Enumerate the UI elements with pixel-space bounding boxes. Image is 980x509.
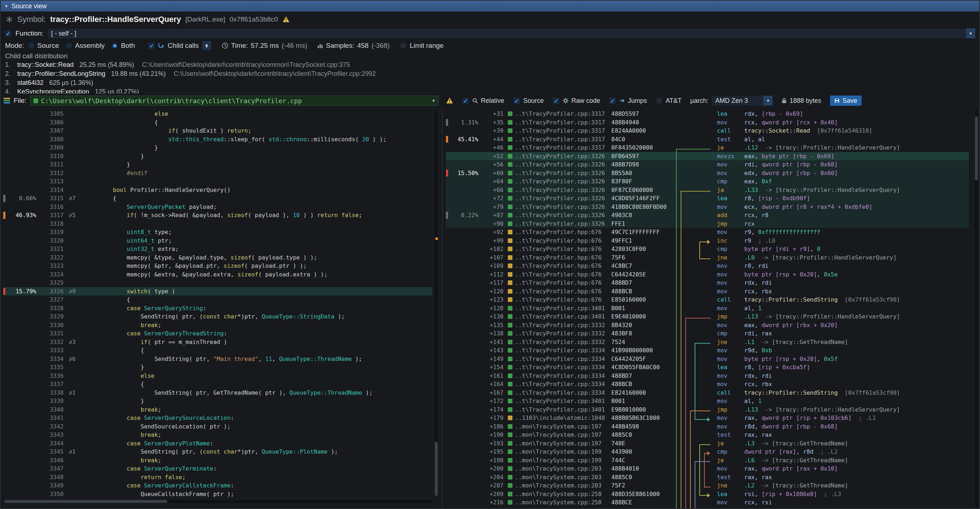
source-line[interactable]: 0.66%3315∂7 { bbox=[3, 194, 432, 203]
source-line[interactable]: 3335 } bbox=[3, 363, 432, 372]
source-line[interactable]: 3311 } bbox=[3, 160, 432, 169]
source-line[interactable]: 3346 break; bbox=[3, 456, 432, 465]
source-line[interactable]: 3345∂1 SendString( ptr, (const char*)ptr… bbox=[3, 447, 432, 456]
source-line[interactable]: 3341 case ServerQuerySourceLocation: bbox=[3, 414, 432, 422]
mode-radio-both[interactable]: Both bbox=[111, 42, 135, 49]
source-line[interactable]: 3305 else bbox=[3, 110, 432, 118]
asm-row[interactable]: +123..t\TracyProfiler.hpp:676E850160000c… bbox=[446, 296, 969, 304]
asm-row[interactable]: +92..t\TracyProfiler.hpp:67649C7C1FFFFFF… bbox=[446, 228, 969, 237]
asm-row[interactable]: 1.31%+35..t\TracyProfiler.cpp:3317488B49… bbox=[446, 118, 969, 127]
asm-row[interactable]: +186..mon\TracySystem.cpp:197448B4598mov… bbox=[446, 422, 969, 431]
chevron-down-icon[interactable]: ▼ bbox=[431, 99, 436, 103]
asm-row[interactable]: +66..t\TracyProfiler.cpp:33260F87CE06000… bbox=[446, 186, 969, 194]
child-calls-checkbox[interactable] bbox=[148, 42, 155, 49]
jumps-toggle[interactable]: Jumps bbox=[609, 97, 647, 105]
source-line[interactable]: 46.93%3317∂5 if( !m_sock->Read( &payload… bbox=[3, 211, 432, 220]
asm-row[interactable]: +135..t\TracyProfiler.cpp:33328B4320move… bbox=[446, 321, 969, 329]
source-line[interactable]: 3312 #endif bbox=[3, 169, 432, 178]
source-line[interactable]: 3324 memcpy( &extra, &payload.extra, siz… bbox=[3, 270, 432, 279]
source-line[interactable]: 3350 QueueCallstackFrame( ptr ); bbox=[3, 490, 432, 499]
asm-row[interactable]: 15.50%+60..t\TracyProfiler.cpp:33268B55A… bbox=[446, 169, 969, 178]
asm-row[interactable]: +130..t\TracyProfiler.cpp:3401E9E4010000… bbox=[446, 312, 969, 321]
asm-row[interactable]: 45.41%+44..t\TracyProfiler.cpp:331784C0t… bbox=[446, 135, 969, 144]
asm-row[interactable]: +198..mon\TracySystem.cpp:199744Cje.L6 -… bbox=[446, 456, 969, 465]
source-line[interactable]: 3322 memcpy( &type, &payload.type, sizeo… bbox=[3, 253, 432, 262]
asm-row[interactable]: +120..t\TracyProfiler.hpp:676488BCBmovrc… bbox=[446, 287, 969, 296]
asm-row[interactable]: +128..t\TracyProfiler.cpp:3401B001moval,… bbox=[446, 304, 969, 313]
source-line[interactable]: 3308 std::this_thread::sleep_for( std::c… bbox=[3, 135, 432, 144]
asm-row[interactable]: +138..t\TracyProfiler.cpp:3332483BF8cmpr… bbox=[446, 329, 969, 338]
asm-vertical-scrollbar[interactable] bbox=[974, 108, 979, 508]
source-line[interactable]: 3329 SendString( ptr, (const char*)ptr, … bbox=[3, 312, 432, 321]
mode-radio-source[interactable]: Source bbox=[28, 42, 59, 49]
collapse-icon[interactable]: ▼ bbox=[4, 4, 8, 8]
asm-row[interactable]: +209..mon\TracySystem.cpp:258488D35E8861… bbox=[446, 490, 969, 499]
source-line[interactable]: 3306 { bbox=[3, 118, 432, 127]
source-line[interactable]: 3342 SendSourceLocation( ptr ); bbox=[3, 422, 432, 431]
up-arrow-button[interactable] bbox=[202, 41, 212, 51]
child-call-entry[interactable]: 4.KeSynchronizeExecution125 µs (0.27%) bbox=[5, 87, 979, 94]
source-line[interactable]: 3327 { bbox=[3, 296, 432, 304]
source-line[interactable]: 3336 else bbox=[3, 372, 432, 380]
source-line[interactable]: 3325 bbox=[3, 278, 432, 287]
asm-row[interactable]: +64..t\TracyProfiler.cpp:332683F80Fcmpea… bbox=[446, 177, 969, 186]
asm-row[interactable]: +112..t\TracyProfiler.hpp:676C64424205Em… bbox=[446, 270, 969, 279]
limit-range-toggle[interactable] bbox=[399, 42, 407, 49]
source-horizontal-scrollbar[interactable] bbox=[3, 499, 432, 504]
raw-code-toggle[interactable]: Raw code bbox=[552, 97, 600, 105]
chevron-down-icon[interactable]: ▼ bbox=[966, 29, 975, 38]
source-line[interactable]: 3348 return false; bbox=[3, 473, 432, 482]
source-line[interactable]: 3339 } bbox=[3, 397, 432, 406]
child-call-entry[interactable]: 3.stat64i32625 µs (1.36%) bbox=[5, 78, 979, 87]
child-call-entry[interactable]: 2.tracy::Profiler::SendLongString19.88 m… bbox=[5, 69, 979, 78]
source-toggle[interactable]: Source bbox=[513, 97, 544, 105]
source-line[interactable]: 3349 case ServerQueryCallstackFrame: bbox=[3, 481, 432, 490]
asm-row[interactable]: 0.22%+87..t\TracyProfiler.cpp:33264903C8… bbox=[446, 211, 969, 220]
asm-row[interactable]: +72..t\TracyProfiler.cpp:33264C8D05F146F… bbox=[446, 194, 969, 203]
asm-row[interactable]: +90..t\TracyProfiler.cpp:3326FFE1jmprcx bbox=[446, 220, 969, 228]
source-line[interactable]: 3334∂6 SendString( ptr, "Main thread", 1… bbox=[3, 355, 432, 363]
asm-row[interactable]: +79..t\TracyProfiler.cpp:3326418B8C80E0B… bbox=[446, 203, 969, 212]
source-line[interactable]: 3323 memcpy( &ptr, &payload.ptr, sizeof(… bbox=[3, 262, 432, 270]
asm-row[interactable]: +102..t\TracyProfiler.hpp:67642803C0F00c… bbox=[446, 245, 969, 253]
source-line[interactable]: 3331 case ServerQueryThreadString: bbox=[3, 329, 432, 338]
asm-row[interactable]: +207..mon\TracySystem.cpp:20375F2jne.L2 … bbox=[446, 481, 969, 490]
asm-row[interactable]: +190..mon\TracySystem.cpp:1974885C0testr… bbox=[446, 431, 969, 439]
save-button[interactable]: Save bbox=[830, 95, 862, 106]
source-line[interactable]: 3310 } bbox=[3, 152, 432, 161]
asm-row[interactable]: +167..t\TracyProfiler.cpp:3334E824160000… bbox=[446, 388, 969, 397]
source-line[interactable]: 3316 ServerQueryPacket payload; bbox=[3, 203, 432, 212]
source-line[interactable]: 3328 case ServerQueryString: bbox=[3, 304, 432, 313]
source-line[interactable]: 3332∂3 if( ptr == m_mainThread ) bbox=[3, 338, 432, 347]
asm-row[interactable]: +107..t\TracyProfiler.hpp:67675F6jne.L0 … bbox=[446, 253, 969, 262]
source-line[interactable]: 3313 bbox=[3, 177, 432, 186]
asm-row[interactable]: +179..1103\include\atomic:1048488B05B63C… bbox=[446, 414, 969, 422]
source-vertical-scrollbar[interactable] bbox=[434, 110, 439, 496]
mode-radio-assembly[interactable]: Assembly bbox=[65, 42, 105, 49]
asm-row[interactable]: +31..t\TracyProfiler.cpp:3317488D5597lea… bbox=[446, 110, 969, 118]
chevron-down-icon[interactable]: ▼ bbox=[763, 95, 773, 106]
asm-row[interactable]: +172..t\TracyProfiler.cpp:3401B001moval,… bbox=[446, 397, 969, 406]
source-line[interactable]: 3340 break; bbox=[3, 406, 432, 414]
asm-row[interactable]: +204..mon\TracySystem.cpp:2034885C0testr… bbox=[446, 473, 969, 482]
source-line[interactable]: 3309 } bbox=[3, 143, 432, 152]
asm-row[interactable]: +195..mon\TracySystem.cpp:199443900cmpdw… bbox=[446, 447, 969, 456]
asm-row[interactable]: +99..t\TracyProfiler.hpp:67649FFC1incr9 … bbox=[446, 237, 969, 245]
pane-divider[interactable] bbox=[442, 108, 443, 508]
asm-row[interactable]: +164..t\TracyProfiler.cpp:3334488BCBmovr… bbox=[446, 380, 969, 388]
asm-row[interactable]: +109..t\TracyProfiler.hpp:6764C8BC7movr8… bbox=[446, 262, 969, 270]
source-line[interactable]: 3320 uint64_t ptr; bbox=[3, 237, 432, 245]
title-bar[interactable]: ▼ Source view bbox=[1, 1, 979, 11]
asm-row[interactable]: +149..t\TracyProfiler.cpp:3334C64424205F… bbox=[446, 355, 969, 363]
asm-row[interactable]: +154..t\TracyProfiler.cpp:33344C8D055FBA… bbox=[446, 363, 969, 372]
relative-toggle[interactable]: Relative bbox=[462, 97, 504, 105]
asm-row[interactable]: +52..t\TracyProfiler.cpp:33260FB64597mov… bbox=[446, 152, 969, 161]
source-line[interactable]: 3343 break; bbox=[3, 431, 432, 439]
att-toggle[interactable]: AT&T bbox=[655, 97, 682, 105]
source-line[interactable]: 3347 case ServerQueryTerminate: bbox=[3, 464, 432, 473]
source-line[interactable]: 15.79%3326∂9 switch( type ) bbox=[3, 287, 432, 296]
source-line[interactable]: 3307 if( shouldExit ) return; bbox=[3, 127, 432, 135]
uarch-combo[interactable]: AMD Zen 3 ▼ bbox=[711, 95, 773, 106]
source-line[interactable]: 3330 break; bbox=[3, 321, 432, 329]
asm-row[interactable]: +193..mon\TracySystem.cpp:197740Eje.L3 -… bbox=[446, 439, 969, 448]
